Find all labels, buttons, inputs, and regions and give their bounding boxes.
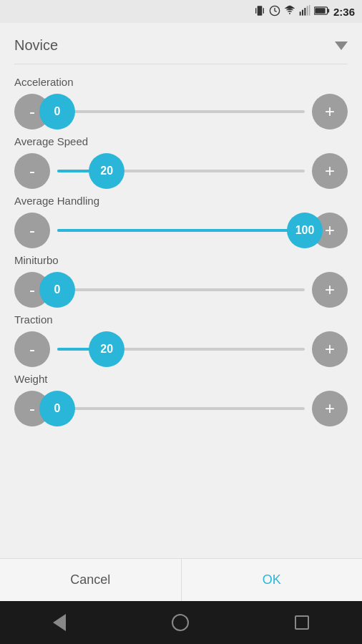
slider-thumb-traction[interactable]: 20 bbox=[89, 331, 124, 367]
slider-section-miniturbo: Miniturbo-0+ bbox=[14, 254, 348, 308]
svg-rect-7 bbox=[304, 8, 305, 16]
svg-rect-0 bbox=[258, 6, 263, 15]
slider-track-container-miniturbo[interactable]: 0 bbox=[57, 272, 305, 308]
home-button[interactable] bbox=[172, 614, 189, 631]
slider-section-average-speed: Average Speed-20+ bbox=[14, 135, 348, 189]
dropdown-arrow-icon bbox=[335, 42, 348, 50]
slider-track-average-handling: 100 bbox=[57, 229, 305, 232]
slider-thumb-miniturbo[interactable]: 0 bbox=[39, 272, 75, 308]
slider-thumb-average-speed[interactable]: 20 bbox=[89, 153, 124, 189]
svg-rect-5 bbox=[300, 11, 301, 15]
slider-fill-average-handling bbox=[57, 229, 305, 232]
slider-track-container-average-speed[interactable]: 20 bbox=[57, 153, 305, 189]
slider-track-weight: 0 bbox=[57, 407, 305, 410]
main-content: Novice Acceleration-0+Average Speed-20+A… bbox=[0, 23, 362, 558]
battery-icon bbox=[314, 6, 330, 18]
slider-track-acceleration: 0 bbox=[57, 110, 305, 113]
slider-row-average-speed: -20+ bbox=[14, 153, 348, 189]
slider-label-average-speed: Average Speed bbox=[14, 135, 348, 147]
status-bar: 2:36 bbox=[0, 0, 362, 23]
svg-rect-6 bbox=[302, 9, 303, 15]
dropdown-label: Novice bbox=[14, 37, 335, 54]
slider-track-container-traction[interactable]: 20 bbox=[57, 331, 305, 367]
slider-section-traction: Traction-20+ bbox=[14, 313, 348, 367]
slider-label-traction: Traction bbox=[14, 313, 348, 326]
dropdown-row[interactable]: Novice bbox=[14, 30, 348, 64]
slider-track-traction: 20 bbox=[57, 348, 305, 351]
back-button[interactable] bbox=[53, 614, 66, 631]
minus-button-traction[interactable]: - bbox=[14, 331, 50, 367]
slider-row-weight: -0+ bbox=[14, 391, 348, 426]
sliders-container: Acceleration-0+Average Speed-20+Average … bbox=[14, 72, 348, 432]
slider-thumb-average-handling[interactable]: 100 bbox=[287, 213, 323, 248]
ok-button[interactable]: OK bbox=[182, 559, 363, 601]
slider-row-acceleration: -0+ bbox=[14, 94, 348, 130]
status-icons: 2:36 bbox=[254, 5, 355, 19]
plus-button-weight[interactable]: + bbox=[312, 391, 348, 426]
signal-icon bbox=[299, 5, 310, 19]
slider-label-miniturbo: Miniturbo bbox=[14, 254, 348, 266]
svg-rect-2 bbox=[263, 8, 264, 14]
slider-label-acceleration: Acceleration bbox=[14, 76, 348, 88]
plus-button-average-speed[interactable]: + bbox=[312, 153, 348, 189]
home-circle-icon bbox=[172, 614, 189, 631]
slider-thumb-weight[interactable]: 0 bbox=[39, 391, 75, 426]
cancel-button[interactable]: Cancel bbox=[0, 559, 182, 601]
svg-rect-11 bbox=[328, 9, 330, 12]
slider-section-weight: Weight-0+ bbox=[14, 373, 348, 426]
minus-button-average-speed[interactable]: - bbox=[14, 153, 50, 189]
slider-section-average-handling: Average Handling-100+ bbox=[14, 195, 348, 248]
slider-track-container-average-handling[interactable]: 100 bbox=[57, 213, 305, 248]
vibrate-icon bbox=[254, 5, 265, 19]
slider-track-average-speed: 20 bbox=[57, 170, 305, 172]
svg-rect-1 bbox=[255, 8, 256, 14]
slider-thumb-acceleration[interactable]: 0 bbox=[39, 94, 75, 130]
recents-button[interactable] bbox=[295, 615, 309, 630]
recents-square-icon bbox=[295, 615, 309, 630]
bottom-buttons: Cancel OK bbox=[0, 558, 362, 601]
nav-bar bbox=[0, 601, 362, 644]
slider-row-average-handling: -100+ bbox=[14, 213, 348, 248]
plus-button-traction[interactable]: + bbox=[312, 331, 348, 367]
back-arrow-icon bbox=[53, 614, 66, 631]
slider-label-weight: Weight bbox=[14, 373, 348, 385]
slider-section-acceleration: Acceleration-0+ bbox=[14, 76, 348, 130]
slider-track-container-acceleration[interactable]: 0 bbox=[57, 94, 305, 130]
wifi-icon bbox=[284, 5, 295, 19]
svg-point-4 bbox=[289, 13, 290, 14]
svg-rect-12 bbox=[315, 8, 325, 14]
plus-button-acceleration[interactable]: + bbox=[312, 94, 348, 130]
clock-icon bbox=[269, 5, 280, 19]
slider-track-container-weight[interactable]: 0 bbox=[57, 391, 305, 426]
slider-label-average-handling: Average Handling bbox=[14, 195, 348, 207]
slider-row-traction: -20+ bbox=[14, 331, 348, 367]
slider-track-miniturbo: 0 bbox=[57, 288, 305, 291]
plus-button-miniturbo[interactable]: + bbox=[312, 272, 348, 308]
status-time: 2:36 bbox=[333, 6, 355, 18]
svg-rect-9 bbox=[309, 5, 310, 16]
svg-rect-8 bbox=[307, 6, 308, 15]
minus-button-average-handling[interactable]: - bbox=[14, 213, 50, 248]
slider-row-miniturbo: -0+ bbox=[14, 272, 348, 308]
